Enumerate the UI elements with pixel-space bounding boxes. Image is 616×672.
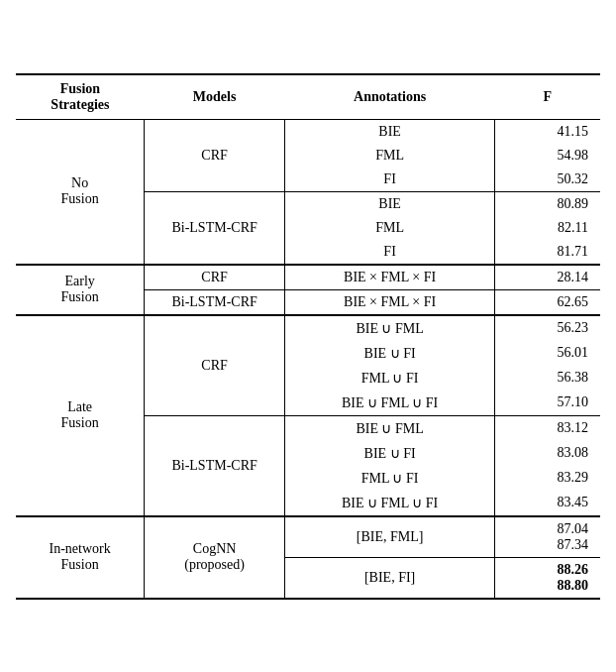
f-value-cell: 28.14 — [495, 265, 600, 290]
f-value-cell: 83.12 — [495, 415, 600, 441]
table-row: LateFusionCRFBIE ∪ FML56.23 — [16, 315, 600, 341]
annotation-cell: BIE ∪ FI — [284, 441, 494, 466]
header-models: Models — [145, 74, 285, 120]
results-table: FusionStrategies Models Annotations F No… — [16, 73, 600, 600]
main-table-container: FusionStrategies Models Annotations F No… — [16, 73, 600, 600]
model-cell: Bi-LSTM-CRF — [145, 415, 285, 516]
table-row: EarlyFusionCRFBIE × FML × FI28.14 — [16, 265, 600, 290]
header-row: FusionStrategies Models Annotations F — [16, 74, 600, 120]
annotation-cell: FML ∪ FI — [284, 366, 494, 391]
strategy-cell: In-networkFusion — [16, 516, 145, 599]
f-value-cell: 41.15 — [495, 119, 600, 144]
annotation-cell: BIE ∪ FI — [284, 341, 494, 366]
annotation-cell: FML ∪ FI — [284, 466, 494, 491]
f-value-cell: 54.98 — [495, 144, 600, 168]
annotation-cell: BIE — [284, 191, 494, 216]
f-value-cell: 83.08 — [495, 441, 600, 466]
annotation-cell: BIE ∪ FML — [284, 415, 494, 441]
annotation-cell: BIE ∪ FML — [284, 315, 494, 341]
header-strategy: FusionStrategies — [16, 74, 145, 120]
f-value-cell: 80.89 — [495, 191, 600, 216]
table-row: NoFusionCRFBIE41.15 — [16, 119, 600, 144]
header-annotations: Annotations — [284, 74, 494, 120]
annotation-cell: [BIE, FML] — [284, 516, 494, 558]
strategy-cell: LateFusion — [16, 315, 145, 516]
f-value-cell: 81.71 — [495, 240, 600, 265]
model-cell: CRF — [145, 265, 285, 290]
strategy-cell: EarlyFusion — [16, 265, 145, 315]
model-cell: Bi-LSTM-CRF — [145, 289, 285, 315]
model-cell: CRF — [145, 315, 285, 416]
annotation-cell: BIE ∪ FML ∪ FI — [284, 491, 494, 516]
annotation-cell: FI — [284, 168, 494, 192]
f-value-cell: 83.29 — [495, 466, 600, 491]
header-f: F — [495, 74, 600, 120]
f-value-cell: 56.38 — [495, 366, 600, 391]
f-value-cell: 88.2688.80 — [495, 557, 600, 599]
f-value-cell: 57.10 — [495, 391, 600, 416]
f-value-cell: 83.45 — [495, 491, 600, 516]
annotation-cell: BIE × FML × FI — [284, 265, 494, 290]
table-row: In-networkFusionCogNN(proposed)[BIE, FML… — [16, 516, 600, 558]
f-value-cell: 56.01 — [495, 341, 600, 366]
annotation-cell: FML — [284, 144, 494, 168]
model-cell: CRF — [145, 119, 285, 191]
model-cell: Bi-LSTM-CRF — [145, 191, 285, 265]
f-value-cell: 50.32 — [495, 168, 600, 192]
annotation-cell: BIE ∪ FML ∪ FI — [284, 391, 494, 416]
model-cell: CogNN(proposed) — [145, 516, 285, 599]
f-value-cell: 62.65 — [495, 289, 600, 315]
annotation-cell: BIE × FML × FI — [284, 289, 494, 315]
annotation-cell: BIE — [284, 119, 494, 144]
f-value-cell: 87.0487.34 — [495, 516, 600, 558]
strategy-cell: NoFusion — [16, 119, 145, 265]
annotation-cell: FML — [284, 216, 494, 240]
f-value-cell: 56.23 — [495, 315, 600, 341]
f-value-cell: 82.11 — [495, 216, 600, 240]
annotation-cell: FI — [284, 240, 494, 265]
annotation-cell: [BIE, FI] — [284, 557, 494, 599]
